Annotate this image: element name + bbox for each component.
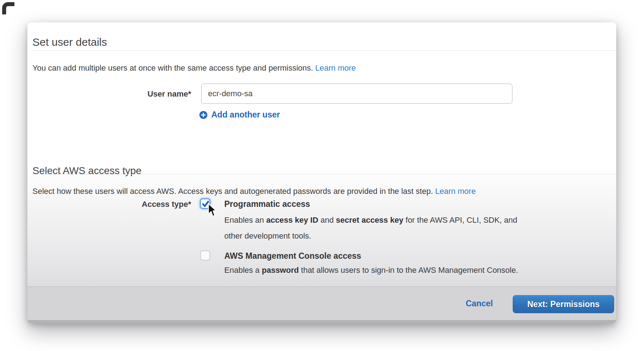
section-divider [32, 50, 616, 51]
wizard-footer: Cancel Next: Permissions [27, 286, 616, 323]
next-permissions-button[interactable]: Next: Permissions [513, 295, 614, 313]
section-divider [32, 174, 616, 174]
plus-icon [199, 111, 207, 119]
user-name-input[interactable] [201, 84, 512, 104]
desc-text: Enables a [224, 266, 262, 275]
learn-more-link-access-type[interactable]: Learn more [435, 187, 476, 196]
desc-text: Enables an [224, 216, 266, 225]
desc-text: other development tools. [224, 231, 311, 240]
learn-more-link-user-details[interactable]: Learn more [315, 63, 356, 72]
access-type-label: Access type* [32, 200, 191, 209]
user-details-description: You can add multiple users at once with … [32, 63, 356, 73]
user-name-label: User name* [32, 89, 191, 99]
checkmark-icon [201, 200, 210, 208]
console-access-checkbox[interactable] [200, 250, 210, 261]
cancel-button[interactable]: Cancel [466, 295, 493, 312]
user-details-description-text: You can add multiple users at once with … [32, 63, 315, 72]
page-title: Set user details [32, 36, 107, 48]
programmatic-access-description: Enables an access key ID and secret acce… [224, 212, 585, 244]
access-type-description-text: Select how these users will access AWS. … [32, 187, 435, 196]
desc-text: and [318, 216, 336, 225]
desc-bold: secret access key [336, 216, 403, 225]
access-type-description: Select how these users will access AWS. … [32, 187, 476, 196]
desc-bold: password [262, 266, 299, 275]
access-type-section-title: Select AWS access type [32, 165, 141, 177]
screen-corner-artifact [2, 2, 14, 14]
add-another-user-button[interactable]: Add another user [199, 110, 280, 120]
panel-content: Set user details You can add multiple us… [27, 22, 616, 286]
programmatic-access-checkbox[interactable] [200, 199, 210, 209]
add-user-panel: Set user details You can add multiple us… [27, 22, 616, 323]
desc-text: for the AWS API, CLI, SDK, and [403, 216, 517, 225]
programmatic-access-option-label[interactable]: Programmatic access [224, 199, 310, 209]
desc-text: that allows users to sign-in to the AWS … [299, 266, 518, 275]
console-access-option-label[interactable]: AWS Management Console access [224, 251, 361, 261]
desc-bold: access key ID [266, 216, 318, 225]
add-another-user-label: Add another user [211, 110, 280, 120]
console-access-description: Enables a password that allows users to … [224, 262, 585, 278]
